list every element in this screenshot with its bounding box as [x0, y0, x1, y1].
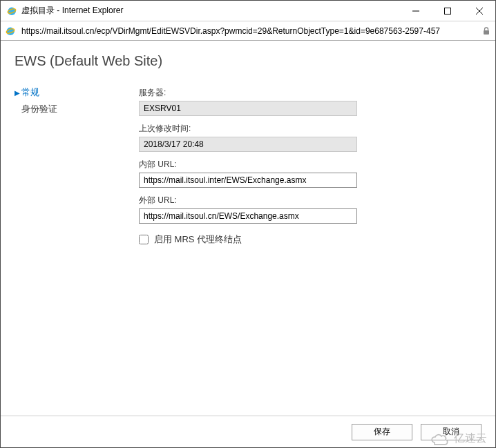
server-label: 服务器: — [139, 87, 367, 99]
close-button[interactable] — [464, 1, 495, 21]
modified-value: 2018/3/17 20:48 — [139, 137, 357, 152]
content-area: EWS (Default Web Site) ▶ 常规 ▶ 身份验证 服务器: … — [1, 41, 495, 414]
modified-label: 上次修改时间: — [139, 123, 367, 135]
internal-url-label: 内部 URL: — [139, 159, 367, 171]
svg-rect-3 — [445, 8, 451, 14]
nav-item-label: 身份验证 — [21, 103, 57, 115]
ie-favicon-icon — [6, 6, 17, 17]
page-title: EWS (Default Web Site) — [15, 53, 481, 69]
svg-rect-8 — [484, 30, 489, 35]
side-nav: ▶ 常规 ▶ 身份验证 — [15, 84, 139, 246]
window-titlebar: 虚拟目录 - Internet Explorer — [1, 1, 495, 21]
footer-bar: 保存 取消 — [1, 416, 495, 447]
ie-icon — [5, 26, 16, 37]
mrs-checkbox-row[interactable]: 启用 MRS 代理终结点 — [139, 233, 367, 246]
mrs-checkbox[interactable] — [139, 235, 149, 244]
cancel-button[interactable]: 取消 — [421, 424, 481, 440]
external-url-label: 外部 URL: — [139, 195, 367, 206]
window-title: 虚拟目录 - Internet Explorer — [21, 5, 400, 17]
save-button[interactable]: 保存 — [352, 424, 412, 440]
address-bar-url[interactable]: https://mail.itsoul.cn/ecp/VDirMgmt/Edit… — [20, 26, 477, 36]
external-url-input[interactable] — [139, 208, 357, 224]
mrs-checkbox-label: 启用 MRS 代理终结点 — [154, 233, 242, 246]
nav-item-label: 常规 — [21, 86, 39, 99]
nav-item-authentication[interactable]: ▶ 身份验证 — [15, 101, 139, 117]
caret-right-icon: ▶ — [15, 89, 21, 97]
lock-icon — [481, 26, 491, 36]
minimize-button[interactable] — [400, 1, 432, 21]
maximize-button[interactable] — [432, 1, 464, 21]
internal-url-input[interactable] — [139, 173, 357, 188]
server-value: EXSRV01 — [139, 101, 357, 116]
nav-item-general[interactable]: ▶ 常规 — [15, 84, 139, 101]
address-bar: https://mail.itsoul.cn/ecp/VDirMgmt/Edit… — [1, 21, 495, 41]
form-area: 服务器: EXSRV01 上次修改时间: 2018/3/17 20:48 内部 … — [139, 84, 367, 246]
